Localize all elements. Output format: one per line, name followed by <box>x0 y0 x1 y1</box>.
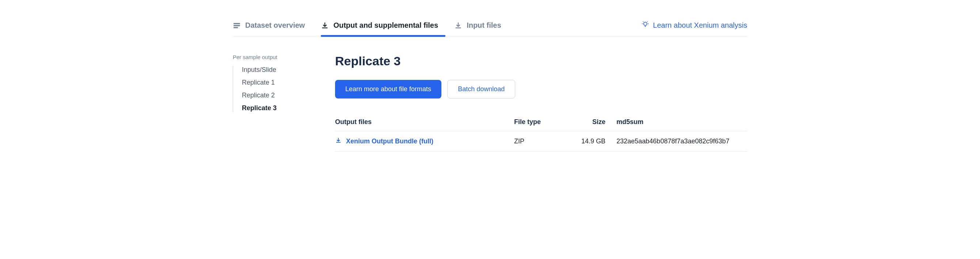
action-buttons: Learn more about file formats Batch down… <box>335 80 747 98</box>
sidebar-item-replicate-3[interactable]: Replicate 3 <box>242 104 335 112</box>
svg-rect-0 <box>234 23 240 24</box>
file-md5: 232ae5aab46b0878f7a3ae082c9f63b7 <box>616 131 747 152</box>
main-content: Replicate 3 Learn more about file format… <box>335 54 747 152</box>
col-header-md5: md5sum <box>616 113 747 131</box>
table-row: Xenium Output Bundle (full) ZIP 14.9 GB … <box>335 131 747 152</box>
download-icon <box>454 22 462 30</box>
col-header-output: Output files <box>335 113 514 131</box>
file-download-link[interactable]: Xenium Output Bundle (full) <box>335 137 514 145</box>
file-name: Xenium Output Bundle (full) <box>346 137 433 145</box>
learn-file-formats-button[interactable]: Learn more about file formats <box>335 80 441 98</box>
page-title: Replicate 3 <box>335 54 747 68</box>
list-icon <box>233 22 241 30</box>
sidebar-list: Inputs/Slide Replicate 1 Replicate 2 Rep… <box>233 66 335 112</box>
file-size: 14.9 GB <box>580 131 616 152</box>
batch-download-button[interactable]: Batch download <box>447 80 515 98</box>
tab-label: Input files <box>467 21 501 30</box>
download-icon <box>335 137 342 145</box>
sidebar-item-replicate-2[interactable]: Replicate 2 <box>242 92 335 99</box>
sidebar-item-replicate-1[interactable]: Replicate 1 <box>242 79 335 87</box>
output-files-table: Output files File type Size md5sum <box>335 113 747 152</box>
sidebar: Per sample output Inputs/Slide Replicate… <box>233 54 335 152</box>
svg-rect-1 <box>234 25 240 26</box>
tab-input-files[interactable]: Input files <box>454 14 508 36</box>
col-header-type: File type <box>514 113 580 131</box>
sidebar-item-inputs-slide[interactable]: Inputs/Slide <box>242 66 335 74</box>
sidebar-title: Per sample output <box>233 54 335 60</box>
learn-analysis-link[interactable]: Learn about Xenium analysis <box>641 21 747 30</box>
tab-label: Output and supplemental files <box>333 21 438 30</box>
tab-dataset-overview[interactable]: Dataset overview <box>233 14 312 36</box>
file-type: ZIP <box>514 131 580 152</box>
lightbulb-icon <box>641 21 649 30</box>
tab-output-files[interactable]: Output and supplemental files <box>321 14 445 36</box>
tab-label: Dataset overview <box>245 21 305 30</box>
tabs-bar: Dataset overview Output and supplemental… <box>233 14 747 36</box>
learn-link-label: Learn about Xenium analysis <box>653 21 747 30</box>
col-header-size: Size <box>580 113 616 131</box>
download-icon <box>321 22 329 30</box>
svg-point-3 <box>643 22 647 25</box>
svg-rect-2 <box>234 27 238 28</box>
